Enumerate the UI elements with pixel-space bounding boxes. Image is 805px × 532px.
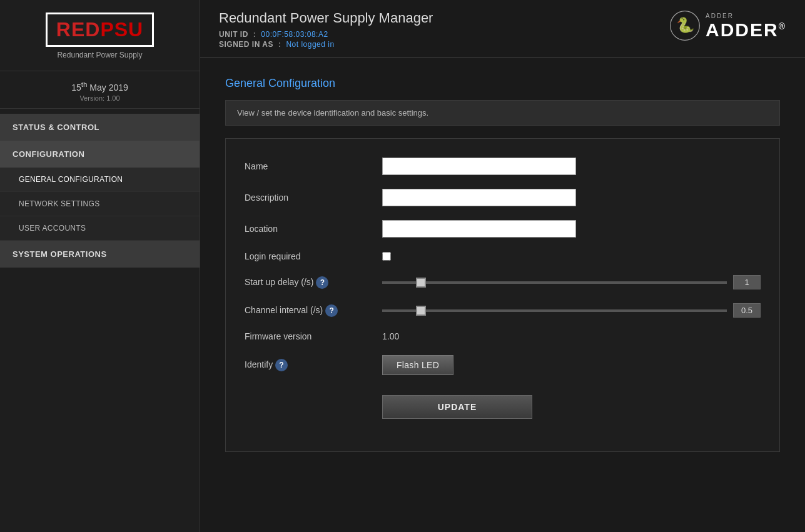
firmware-value: 1.00: [382, 331, 399, 341]
description-input[interactable]: [382, 189, 576, 206]
startup-delay-text: Start up delay (/s): [245, 277, 314, 287]
startup-delay-control: 1: [382, 275, 761, 289]
header-left: Redundant Power Supply Manager UNIT ID :…: [219, 10, 433, 49]
header: Redundant Power Supply Manager UNIT ID :…: [200, 0, 805, 58]
page-title: General Configuration: [225, 77, 780, 90]
logo-red: RED: [56, 18, 101, 41]
form-container: Name Description Location: [225, 138, 780, 452]
unit-id-value: 00:0F:58:03:08:A2: [261, 30, 328, 39]
nav-status-control[interactable]: STATUS & CONTROL: [0, 114, 200, 141]
name-row: Name: [245, 158, 761, 175]
channel-interval-label: Channel interval (/s) ?: [245, 304, 382, 317]
update-row: UPDATE: [245, 389, 761, 419]
login-required-control: [382, 252, 761, 261]
date-sup: th: [81, 80, 88, 88]
startup-delay-label: Start up delay (/s) ?: [245, 276, 382, 289]
adder-small-text: ADDER: [706, 13, 786, 19]
identify-text: Identify: [245, 359, 273, 369]
adder-logo-text-group: ADDER ADDER®: [706, 13, 786, 39]
signed-in-row: SIGNED IN AS : Not logged in: [219, 40, 433, 49]
firmware-label: Firmware version: [245, 331, 382, 341]
nav-system-operations[interactable]: SYSTEM OPERATIONS: [0, 241, 200, 268]
nav-general-configuration[interactable]: GENERAL CONFIGURATION: [0, 168, 200, 192]
signed-in-value: Not logged in: [286, 40, 334, 49]
startup-delay-value: 1: [733, 275, 761, 289]
description-control: [382, 189, 761, 206]
startup-delay-help[interactable]: ?: [316, 276, 328, 289]
update-control: UPDATE: [382, 389, 761, 419]
channel-interval-control: 0.5: [382, 303, 761, 318]
channel-interval-slider[interactable]: [382, 309, 727, 312]
description-label: Description: [245, 193, 382, 203]
channel-interval-row: Channel interval (/s) ? 0.5: [245, 303, 761, 318]
login-required-label: Login required: [245, 251, 382, 261]
startup-delay-row: Start up delay (/s) ? 1: [245, 275, 761, 289]
location-row: Location: [245, 220, 761, 238]
logo-area: REDPSU Redundant Power Supply: [0, 0, 200, 71]
sidebar: REDPSU Redundant Power Supply 15th May 2…: [0, 0, 200, 532]
unit-id-colon: :: [253, 30, 256, 39]
nav-user-accounts[interactable]: USER ACCOUNTS: [0, 216, 200, 241]
name-input[interactable]: [382, 158, 576, 175]
firmware-control: 1.00: [382, 331, 761, 341]
adder-label: ADDER: [706, 19, 779, 40]
firmware-row: Firmware version 1.00: [245, 331, 761, 341]
description-bar: View / set the device identification and…: [225, 100, 780, 126]
version-label: Version: 1.00: [6, 94, 193, 102]
unit-id-label: UNIT ID: [219, 30, 248, 39]
unit-id-row: UNIT ID : 00:0F:58:03:08:A2: [219, 30, 433, 39]
channel-interval-value: 0.5: [733, 303, 761, 318]
description-row: Description: [245, 189, 761, 206]
location-control: [382, 220, 761, 238]
logo-text: REDPSU: [56, 18, 143, 41]
app-title: Redundant Power Supply Manager: [219, 10, 433, 26]
flash-led-button[interactable]: Flash LED: [382, 355, 453, 375]
identify-control: Flash LED: [382, 355, 761, 375]
location-label: Location: [245, 224, 382, 234]
channel-interval-text: Channel interval (/s): [245, 305, 323, 315]
identify-label: Identify ?: [245, 359, 382, 371]
nav-network-settings[interactable]: NETWORK SETTINGS: [0, 192, 200, 216]
date-area: 15th May 2019 Version: 1.00: [0, 71, 200, 109]
logo-box: REDPSU: [46, 13, 154, 47]
nav-configuration[interactable]: CONFIGURATION: [0, 141, 200, 168]
identify-row: Identify ? Flash LED: [245, 355, 761, 375]
name-control: [382, 158, 761, 175]
date-display: 15th May 2019: [6, 80, 193, 93]
content-area: General Configuration View / set the dev…: [200, 58, 805, 532]
adder-logo: 🐍 ADDER ADDER®: [669, 10, 786, 41]
name-label: Name: [245, 161, 382, 171]
login-required-checkbox[interactable]: [382, 252, 391, 261]
logo-subtitle: Redundant Power Supply: [57, 51, 142, 59]
signed-in-colon: :: [278, 40, 281, 49]
main-content: Redundant Power Supply Manager UNIT ID :…: [200, 0, 805, 532]
adder-registered: ®: [779, 21, 786, 31]
adder-brand-name: ADDER®: [706, 21, 786, 39]
identify-help[interactable]: ?: [275, 359, 288, 371]
login-required-row: Login required: [245, 251, 761, 261]
logo-psu: PSU: [100, 18, 143, 41]
signed-in-label: SIGNED IN AS: [219, 40, 273, 49]
channel-interval-help[interactable]: ?: [325, 304, 338, 317]
startup-delay-slider[interactable]: [382, 281, 727, 284]
update-button[interactable]: UPDATE: [382, 395, 532, 419]
location-input[interactable]: [382, 220, 576, 238]
svg-text:🐍: 🐍: [676, 16, 695, 34]
adder-snake-icon: 🐍: [669, 10, 701, 41]
nav-section: STATUS & CONTROL CONFIGURATION GENERAL C…: [0, 109, 200, 268]
